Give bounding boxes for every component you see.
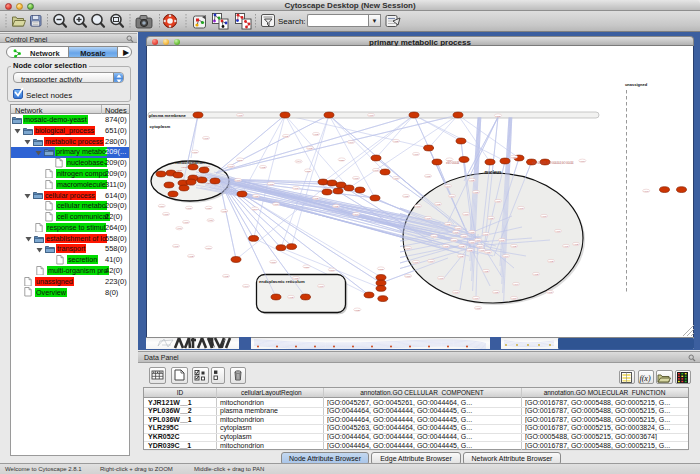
svg-text:(Yp1): (Yp1) [443, 245, 448, 247]
svg-text:(Yp6): (Yp6) [463, 213, 468, 215]
svg-text:(Yp8): (Yp8) [237, 114, 242, 116]
svg-text:(Yp2): (Yp2) [355, 309, 360, 311]
svg-text:(Yp1): (Yp1) [499, 239, 504, 241]
svg-text:(Yp4): (Yp4) [513, 283, 518, 285]
svg-text:(Yp6): (Yp6) [580, 160, 585, 162]
svg-text:(Yp6): (Yp6) [495, 200, 500, 202]
svg-text:(Yp5): (Yp5) [425, 175, 430, 177]
svg-text:(Yp6): (Yp6) [415, 205, 420, 207]
svg-text:(Yp0): (Yp0) [368, 114, 373, 116]
svg-text:(Yp3): (Yp3) [435, 203, 440, 205]
svg-text:(Yp7): (Yp7) [453, 291, 458, 293]
svg-text:(Yp2): (Yp2) [260, 166, 265, 168]
svg-text:(Yp5): (Yp5) [488, 217, 493, 219]
svg-text:(Yp4): (Yp4) [477, 245, 482, 247]
svg-text:(Yp4): (Yp4) [431, 235, 436, 237]
svg-text:(Yp1): (Yp1) [495, 115, 500, 117]
svg-text:(Yp8): (Yp8) [163, 213, 168, 215]
svg-text:(Yp7): (Yp7) [453, 231, 458, 233]
svg-text:(Yp2): (Yp2) [283, 135, 288, 137]
svg-text:(Yp3): (Yp3) [307, 147, 312, 149]
svg-text:plasma membrane: plasma membrane [149, 113, 186, 118]
svg-text:(Yp1): (Yp1) [563, 245, 568, 247]
svg-text:(Yp2): (Yp2) [458, 255, 463, 257]
svg-text:(Yp0): (Yp0) [393, 177, 398, 179]
svg-text:(Yp1): (Yp1) [329, 269, 334, 271]
svg-text:(Yp7): (Yp7) [461, 235, 466, 237]
svg-text:(Ypx1): (Ypx1) [204, 165, 211, 167]
svg-text:(Yp7): (Yp7) [373, 169, 378, 171]
svg-text:(Yp4): (Yp4) [447, 159, 452, 161]
svg-text:(Yp0): (Yp0) [304, 266, 309, 268]
svg-text:(Yp1): (Yp1) [186, 207, 191, 209]
svg-text:(Yp0): (Yp0) [192, 151, 197, 153]
svg-text:xGO:00444: xGO:00444 [446, 161, 460, 165]
svg-text:(Yp8): (Yp8) [305, 170, 310, 172]
svg-text:(Yp7): (Yp7) [518, 207, 523, 209]
svg-text:(Yp1): (Yp1) [547, 291, 552, 293]
svg-text:(Yp0): (Yp0) [159, 205, 164, 207]
svg-text:(Yp5): (Yp5) [208, 219, 213, 221]
svg-text:(Yp1): (Yp1) [203, 137, 208, 139]
svg-text:(Yp7): (Yp7) [425, 217, 430, 219]
svg-text:(Yp2): (Yp2) [206, 207, 211, 209]
svg-text:(Yp4): (Yp4) [243, 285, 248, 287]
svg-text:(Yp5): (Yp5) [493, 291, 498, 293]
svg-text:(Yp3): (Yp3) [222, 210, 227, 212]
svg-text:(Yp2): (Yp2) [548, 260, 553, 262]
svg-text:(Yp7): (Yp7) [206, 247, 211, 249]
svg-text:(Yp1): (Yp1) [173, 245, 178, 247]
svg-text:(Ypx1): (Ypx1) [166, 174, 173, 176]
svg-text:(Yp0): (Yp0) [469, 241, 474, 243]
svg-text:unassigned: unassigned [625, 82, 648, 87]
svg-text:(Yp0): (Yp0) [511, 297, 516, 299]
svg-text:(Ypx1): (Ypx1) [206, 182, 213, 184]
svg-text:(Yp4): (Yp4) [503, 255, 508, 257]
svg-text:(Yp2): (Yp2) [511, 245, 516, 247]
svg-text:(Yp5): (Yp5) [253, 195, 258, 197]
svg-text:cytoplasm: cytoplasm [150, 124, 171, 129]
svg-text:(Yp6): (Yp6) [235, 179, 240, 181]
svg-text:(Yp3): (Yp3) [378, 268, 383, 270]
svg-text:(Yp8): (Yp8) [271, 261, 276, 263]
svg-text:(Ypx1): (Ypx1) [181, 166, 188, 168]
svg-text:(Yp6): (Yp6) [318, 285, 323, 287]
svg-text:(Ypx1): (Ypx1) [196, 175, 203, 177]
svg-text:(Yp3): (Yp3) [469, 179, 474, 181]
svg-text:(Ypx1): (Ypx1) [188, 184, 195, 186]
svg-text:(Yp2): (Yp2) [313, 197, 318, 199]
svg-text:(Yp3): (Yp3) [333, 205, 338, 207]
svg-text:(Yp1): (Yp1) [293, 187, 298, 189]
svg-text:(Yp1): (Yp1) [483, 233, 488, 235]
svg-text:(Yp5): (Yp5) [485, 251, 490, 253]
svg-text:(Yp6): (Yp6) [473, 297, 478, 299]
svg-text:(Yp8): (Yp8) [353, 177, 358, 179]
svg-text:(Yp0): (Yp0) [475, 239, 480, 241]
svg-text:(Yp7): (Yp7) [228, 165, 233, 167]
svg-text:f(x): f(x) [639, 374, 650, 383]
svg-text:(Yp3): (Yp3) [533, 273, 538, 275]
svg-text:(Yp0): (Yp0) [183, 221, 188, 223]
svg-text:(Yp6): (Yp6) [451, 239, 456, 241]
svg-text:mitochondrion: mitochondrion [175, 160, 205, 165]
svg-text:(Yp8): (Yp8) [475, 307, 480, 309]
svg-text:(Yp3): (Yp3) [313, 133, 318, 135]
svg-text:(Yp0): (Yp0) [405, 275, 410, 277]
svg-text:(Yp1): (Yp1) [237, 159, 242, 161]
svg-text:(Yp8): (Yp8) [438, 277, 443, 279]
svg-text:(Yp7): (Yp7) [268, 183, 273, 185]
svg-text:(Yp4): (Yp4) [449, 195, 454, 197]
svg-text:(Yp4): (Yp4) [445, 185, 450, 187]
svg-text:(Ypx1): (Ypx1) [176, 169, 183, 171]
svg-text:(Yp7): (Yp7) [644, 190, 649, 192]
svg-text:nucleus: nucleus [484, 170, 502, 175]
svg-text:(Yp8): (Yp8) [469, 231, 474, 233]
svg-text:(Yp4): (Yp4) [296, 160, 301, 162]
svg-text:(Yp0): (Yp0) [555, 230, 560, 232]
svg-text:(Yp2): (Yp2) [573, 243, 578, 245]
svg-text:(Yp5): (Yp5) [473, 191, 478, 193]
svg-text:(Yp5): (Yp5) [511, 156, 516, 158]
svg-text:(Yp4): (Yp4) [252, 208, 257, 210]
svg-text:(Yp3): (Yp3) [467, 249, 472, 251]
svg-text:(Yp8): (Yp8) [479, 249, 484, 251]
